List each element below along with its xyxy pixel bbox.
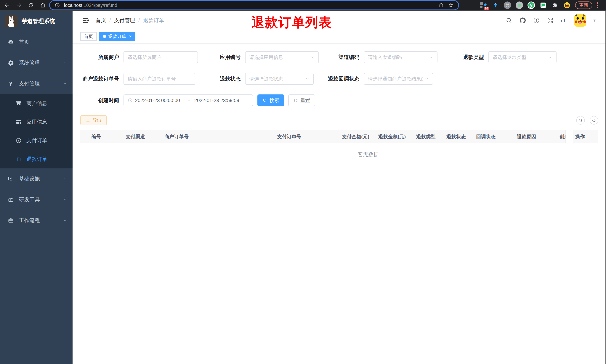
briefcase-icon: [8, 218, 14, 223]
col-create-time: 创建时间: [556, 133, 566, 140]
sidebar-item-label: 支付订单: [26, 137, 47, 144]
field-label: 商户退款订单号: [80, 75, 119, 82]
profile-emoji-icon[interactable]: [563, 1, 571, 9]
chevron-down-icon: [429, 55, 433, 60]
refund-type-select[interactable]: 请选择退款类型: [488, 51, 556, 63]
search-button-label: 搜索: [270, 97, 279, 104]
extensions-puzzle-icon[interactable]: [551, 1, 559, 9]
svg-text:T: T: [561, 19, 562, 23]
extension-y-icon[interactable]: y: [527, 1, 535, 9]
date-end-value[interactable]: 2022-01-23 23:59:59: [194, 98, 243, 103]
show-search-icon[interactable]: [576, 116, 585, 125]
sidebar-item-home[interactable]: 首页: [0, 32, 73, 52]
field-label: 退款状态: [215, 75, 241, 82]
page-content: 所属商户 应用编号 请选择应用信息 渠道编码 请输入渠道编码 退款类型: [73, 43, 606, 364]
export-button[interactable]: 导出: [80, 115, 107, 125]
field-label: 退款回调状态: [328, 75, 359, 82]
font-size-icon[interactable]: TT: [560, 17, 568, 24]
table-tools: [576, 116, 598, 125]
field-label: 渠道编码: [328, 54, 359, 61]
chevron-down-icon: [548, 55, 553, 60]
chevron-down-icon: [63, 61, 67, 65]
reset-button[interactable]: 重置: [288, 94, 315, 106]
browser-nav-buttons: [3, 1, 47, 9]
date-range-picker[interactable]: 2022-01-23 00:00:00 - 2022-01-23 23:59:5…: [123, 94, 253, 106]
filter-row-3: 创建时间 2022-01-23 00:00:00 - 2022-01-23 23…: [80, 94, 598, 106]
sidebar-item-devtools[interactable]: 研发工具: [0, 189, 73, 210]
breadcrumb-home[interactable]: 首页: [96, 17, 106, 24]
avatar[interactable]: [574, 14, 586, 26]
refund-status-select[interactable]: 请选择退款状态: [245, 73, 314, 85]
bookmark-star-icon[interactable]: [447, 1, 455, 9]
tag-refund-order[interactable]: 退款订单 ×: [99, 32, 135, 41]
table-toolbar: 导出: [80, 115, 598, 125]
tag-home[interactable]: 首页: [80, 32, 97, 41]
search-icon[interactable]: [505, 17, 513, 24]
chevron-down-icon: [424, 77, 429, 81]
extension-chat-icon[interactable]: [540, 1, 547, 9]
app-select[interactable]: 请选择应用信息: [245, 51, 319, 63]
merchant-select[interactable]: [123, 51, 198, 63]
sidebar-collapse-icon[interactable]: [82, 17, 90, 24]
browser-menu-icon[interactable]: •••: [597, 2, 598, 9]
app-title: 芋道管理系统: [22, 17, 55, 25]
help-icon[interactable]: ?: [533, 17, 540, 24]
sidebar-item-pay[interactable]: ¥ 支付管理: [0, 73, 73, 94]
filter-row-2: 商户退款订单号 退款状态 请选择退款状态 退款回调状态 请选择通知商户退款结果的: [80, 73, 598, 85]
scrollbar-gutter: [566, 130, 573, 143]
share-icon[interactable]: [437, 1, 445, 9]
sidebar-item-label: 退款订单: [26, 156, 47, 163]
chrome-update-button[interactable]: 更新: [575, 1, 592, 9]
sidebar-item-merchant-info[interactable]: 商户信息: [0, 94, 73, 113]
col-refund-amount: 退款金额(元): [375, 133, 413, 140]
tag-dot: [103, 35, 106, 38]
back-icon[interactable]: [3, 1, 11, 9]
site-info-icon[interactable]: [53, 1, 61, 9]
yen-circle-icon: ¥: [16, 138, 22, 143]
home-icon[interactable]: [39, 1, 47, 9]
extension-dot-icon[interactable]: [516, 1, 523, 9]
refresh-icon[interactable]: [590, 116, 598, 125]
merchant-input[interactable]: [128, 54, 194, 60]
merchant-refund-no-input[interactable]: [128, 76, 191, 82]
navbar-actions: ? TT ▼: [505, 14, 606, 26]
channel-select[interactable]: 请输入渠道编码: [364, 51, 437, 63]
caret-down-icon[interactable]: ▼: [593, 18, 596, 23]
merchant-refund-no-field[interactable]: [123, 73, 195, 85]
tag-close-icon[interactable]: ×: [129, 34, 132, 39]
col-refund-reason: 退款原因: [513, 133, 556, 140]
search-button[interactable]: 搜索: [257, 94, 284, 106]
reload-icon[interactable]: [27, 1, 35, 9]
sidebar-item-system[interactable]: 系统管理: [0, 52, 73, 73]
col-id: 编号: [80, 133, 122, 140]
sidebar-item-refund-order[interactable]: 退款订单: [0, 150, 73, 169]
sidebar-logo-row[interactable]: 芋道管理系统: [0, 11, 73, 32]
extension-kite-icon[interactable]: [492, 1, 499, 9]
refund-table: 编号 支付渠道 商户订单号 支付订单号 支付金额(元) 退款金额(元) 退款类型…: [80, 130, 598, 166]
notify-status-select[interactable]: 请选择通知商户退款结果的: [364, 73, 433, 85]
sidebar-item-label: 研发工具: [19, 196, 40, 203]
extension-command-icon[interactable]: [504, 1, 511, 9]
app-frame: 芋道管理系统 首页 系统管理 ¥ 支付管理 商户信息: [0, 11, 606, 364]
url-text[interactable]: localhost:1024/pay/refund: [64, 3, 437, 8]
breadcrumb-pay[interactable]: 支付管理: [114, 17, 135, 24]
field-label: 应用编号: [215, 54, 241, 61]
extension-utools-icon[interactable]: ◆ 10: [480, 1, 487, 9]
empty-text: 暂无数据: [358, 151, 379, 158]
sidebar-item-workflow[interactable]: 工作流程: [0, 210, 73, 231]
sidebar-item-label: 基础设施: [19, 175, 40, 182]
col-channel: 支付渠道: [122, 133, 161, 140]
chevron-down-icon: [63, 218, 67, 223]
date-start-value[interactable]: 2022-01-23 00:00:00: [135, 98, 184, 103]
fullscreen-icon[interactable]: [546, 17, 554, 24]
sidebar-item-pay-order[interactable]: ¥ 支付订单: [0, 131, 73, 150]
sidebar-item-label: 支付管理: [19, 80, 40, 87]
forward-icon[interactable]: [15, 1, 23, 9]
breadcrumb-separator: /: [109, 17, 111, 23]
sidebar-item-infra[interactable]: 基础设施: [0, 169, 73, 189]
github-icon[interactable]: [519, 17, 527, 24]
sidebar-item-app-info[interactable]: 应用信息: [0, 113, 73, 131]
os-scrollbar[interactable]: [605, 11, 606, 364]
address-bar[interactable]: localhost:1024/pay/refund: [50, 1, 458, 10]
browser-toolbar: localhost:1024/pay/refund ◆ 10 y 更新 •••: [0, 0, 606, 11]
